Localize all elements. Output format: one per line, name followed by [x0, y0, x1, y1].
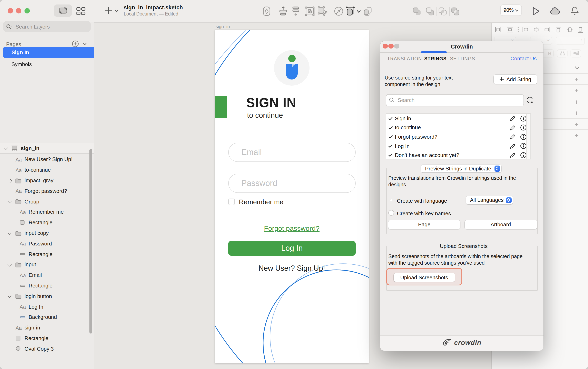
edit-pencil-icon[interactable]	[510, 134, 516, 140]
sign-in-subheading[interactable]: to continue	[247, 111, 283, 120]
edit-pencil-icon[interactable]	[510, 152, 516, 159]
add-style-button plus-icon[interactable]: +	[575, 98, 579, 106]
resize-constraints-button[interactable]	[346, 6, 355, 17]
edit-shape-button[interactable]	[333, 6, 344, 17]
resize-chevron-icon[interactable]	[357, 10, 361, 13]
forgot-password-link[interactable]: Forgot password?	[215, 225, 369, 233]
edit-pencil-icon[interactable]	[510, 143, 516, 149]
upload-screenshots-button[interactable]: Upload Screenshots	[393, 273, 455, 282]
align-left-icon[interactable]	[522, 27, 529, 33]
info-icon[interactable]	[520, 115, 526, 121]
distribute-horizontally-icon[interactable]	[495, 27, 501, 33]
add-string-button[interactable]: Add String	[494, 75, 537, 84]
layer-row[interactable]: to-continue	[0, 165, 89, 175]
section-collapse-chevron-icon[interactable]	[575, 66, 580, 70]
layer-row[interactable]: New User? Sign Up!	[0, 154, 89, 165]
align-middle-vertical-icon[interactable]	[567, 27, 573, 33]
create-with-key-names-label[interactable]: Create with key names	[397, 210, 451, 217]
align-top-icon[interactable]	[555, 27, 561, 33]
layer-row[interactable]: Rectangle	[0, 217, 89, 228]
create-symbol-button symbol-icon[interactable]	[262, 6, 271, 16]
add-style-button plus-icon[interactable]: +	[575, 109, 579, 117]
layer-row[interactable]: input copy	[0, 228, 89, 238]
info-icon[interactable]	[520, 152, 526, 159]
artboard-button[interactable]: Artboard	[465, 220, 537, 229]
page-button[interactable]: Page	[388, 220, 460, 229]
expand-chevron-icon[interactable]	[8, 179, 12, 183]
preview-button play-icon[interactable]	[532, 7, 540, 16]
layer-row[interactable]: Forgot password?	[0, 186, 89, 196]
layer-row[interactable]: login button	[0, 291, 89, 301]
create-with-language-label[interactable]: Create with language	[397, 198, 447, 204]
collapse-chevron-icon[interactable]	[4, 146, 8, 150]
refresh-icon[interactable]	[526, 96, 534, 104]
crowdin-search-input[interactable]	[397, 97, 521, 104]
log-in-button[interactable]: Log In	[228, 241, 356, 256]
create-with-key-names-radio[interactable]	[388, 210, 394, 216]
string-row[interactable]: to continue	[386, 123, 530, 132]
string-row[interactable]: Don’t have an account yet?	[386, 151, 530, 160]
layer-row[interactable]: Oval Copy 3	[0, 344, 89, 354]
collapse-chevron-icon[interactable]	[8, 262, 12, 267]
info-icon[interactable]	[520, 143, 526, 149]
sign-in-heading[interactable]: SIGN IN	[246, 95, 296, 110]
layer-row[interactable]: sign-in	[0, 322, 89, 333]
align-right-icon[interactable]	[544, 27, 550, 33]
union-button[interactable]	[412, 7, 421, 16]
notifications-button bell-icon[interactable]	[571, 6, 579, 16]
layer-row[interactable]: input	[0, 259, 89, 270]
collapse-chevron-icon[interactable]	[8, 294, 12, 298]
bring-forward-button[interactable]	[278, 6, 288, 17]
layer-row[interactable]: Password	[0, 238, 89, 249]
tab-settings[interactable]: SETTINGS	[450, 56, 475, 61]
contact-us-link[interactable]: Contact Us	[510, 55, 537, 61]
add-style-button plus-icon[interactable]: +	[575, 132, 579, 140]
layer-row[interactable]: Rectangle	[0, 333, 89, 344]
ungroup-button[interactable]	[316, 6, 328, 17]
search-layers-input[interactable]	[15, 23, 88, 30]
align-center-horizontal-icon[interactable]	[533, 27, 539, 33]
green-accent-rect[interactable]	[215, 96, 227, 118]
sidebar-scrollbar[interactable]	[89, 149, 92, 334]
zoom-window-button[interactable]	[24, 8, 30, 13]
subtract-button[interactable]	[425, 7, 434, 16]
artboard-canvas-label[interactable]: sign_in	[216, 24, 230, 29]
intersect-button[interactable]	[438, 7, 447, 16]
layer-row[interactable]: Email	[0, 270, 89, 280]
zoom-level-dropdown[interactable]: 90%	[500, 4, 522, 16]
layer-row[interactable]: Remember me	[0, 207, 89, 217]
edit-pencil-icon[interactable]	[510, 125, 516, 131]
pages-collapse-chevron-icon[interactable]	[83, 42, 87, 46]
difference-button[interactable]	[451, 7, 460, 16]
insert-button plus-icon[interactable]	[104, 7, 113, 15]
layer-row[interactable]: Log In	[0, 301, 89, 312]
info-icon[interactable]	[520, 134, 526, 140]
cloud-share-button cloud-icon[interactable]	[550, 7, 561, 15]
add-style-button plus-icon[interactable]: +	[575, 121, 579, 129]
add-page-button plus-circle-icon[interactable]	[72, 40, 79, 47]
sidebar-page-symbols[interactable]: Symbols	[0, 59, 105, 69]
tab-translation[interactable]: TRANSLATION	[387, 56, 422, 61]
collapse-chevron-icon[interactable]	[8, 231, 12, 235]
preview-strings-dropdown[interactable]: Preview Strings in Duplicate	[421, 165, 501, 172]
components-view-toggle grid-icon[interactable]	[76, 6, 86, 16]
layer-row[interactable]: impact_gray	[0, 175, 89, 186]
string-row[interactable]: Log In	[386, 141, 530, 151]
language-dropdown[interactable]: All Languages	[466, 196, 513, 204]
remember-me-checkbox[interactable]	[228, 199, 235, 205]
email-field[interactable]: Email	[228, 143, 356, 162]
group-button[interactable]	[304, 6, 315, 17]
link-data-button[interactable]	[363, 6, 372, 17]
info-icon[interactable]	[520, 124, 526, 131]
artboard-sign-in[interactable]: SIGN IN to continue Email Password Remem…	[215, 30, 369, 363]
insert-chevron-icon[interactable]	[114, 9, 119, 13]
close-button[interactable]	[8, 8, 13, 13]
artboard-tree-header[interactable]: sign_in	[0, 143, 94, 154]
edit-pencil-icon[interactable]	[510, 115, 516, 121]
send-backward-button[interactable]	[291, 6, 301, 17]
crowdin-search-field[interactable]	[386, 94, 524, 106]
string-row[interactable]: Forgot password?	[386, 132, 530, 141]
align-bottom-icon[interactable]	[578, 27, 584, 33]
string-row[interactable]: Sign in	[386, 114, 530, 123]
password-field[interactable]: Password	[228, 174, 356, 193]
